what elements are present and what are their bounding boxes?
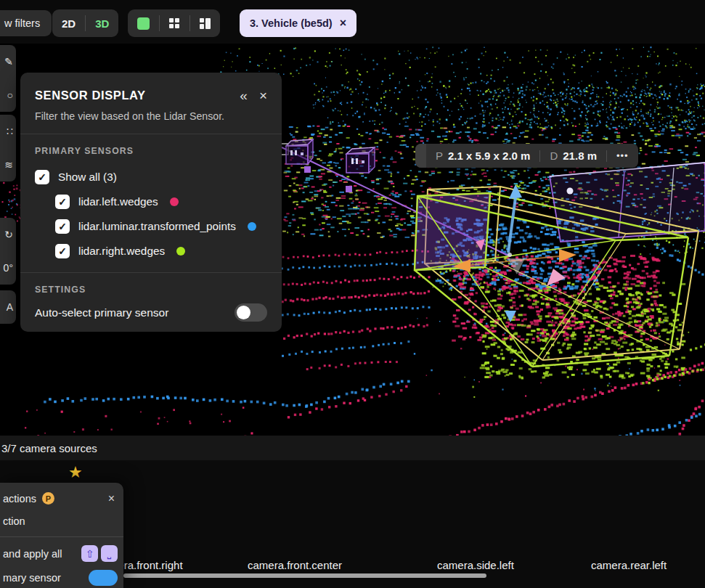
divider xyxy=(159,15,160,31)
divider xyxy=(0,536,123,537)
dialog-row: mary sensor xyxy=(3,570,118,586)
horizontal-scrollbar-thumb[interactable] xyxy=(123,573,486,578)
sensor-checkbox[interactable] xyxy=(55,195,70,209)
dialog-row-label: ction xyxy=(3,515,123,527)
distance-value: 21.8 m xyxy=(563,150,597,162)
dialog-row-label: and apply all xyxy=(3,548,62,560)
view-filters-button[interactable]: w filters xyxy=(0,10,52,36)
pill-drag-handle[interactable] xyxy=(415,144,426,168)
distance-label: D xyxy=(550,150,558,162)
camera-label: camera.front.center xyxy=(248,559,342,571)
split-view-icon[interactable] xyxy=(200,18,211,29)
actions-dialog: actions P × ction and apply all ⇧ ⎵ mary… xyxy=(0,483,123,588)
dialog-row-label: mary sensor xyxy=(3,572,61,584)
sensor-row: lidar.left.wedges xyxy=(20,189,282,214)
rotate-zero-tool[interactable]: 0° xyxy=(0,251,16,285)
cuboid-points-tool-icon: ∷ xyxy=(7,126,13,137)
gizmo-center xyxy=(508,253,512,257)
mode-3d-button[interactable]: 3D xyxy=(86,17,118,30)
gizmo-z-axis xyxy=(508,197,515,253)
panel-title: SENSOR DISPLAY xyxy=(35,89,146,102)
show-all-row: Show all (3) xyxy=(20,165,282,189)
show-all-checkbox[interactable] xyxy=(35,170,49,184)
space-key-icon: ⎵ xyxy=(101,545,118,562)
dialog-title: actions xyxy=(3,493,36,505)
divider xyxy=(20,272,282,273)
app-window: w filters 2D 3D 3. Vehicle (be5d) × ✎ ○ … xyxy=(0,0,705,588)
dialog-close-icon[interactable]: × xyxy=(108,493,115,505)
sensor-checkbox[interactable] xyxy=(55,219,70,234)
divider xyxy=(20,134,282,134)
sensor-color-dot xyxy=(248,222,256,231)
cuboid-points-tool[interactable]: ∷ xyxy=(0,115,16,148)
single-view-icon[interactable] xyxy=(137,17,150,30)
distant-annotation-box[interactable] xyxy=(346,147,375,173)
sensor-display-panel: SENSOR DISPLAY « × Filter the view based… xyxy=(20,73,282,332)
tab-close-icon[interactable]: × xyxy=(340,17,346,30)
close-icon[interactable]: × xyxy=(259,89,267,102)
divider xyxy=(190,15,190,31)
sensor-label: lidar.right.wedges xyxy=(78,245,165,258)
sensor-checkbox[interactable] xyxy=(55,244,70,258)
distant-annotation-box[interactable] xyxy=(286,139,313,164)
camera-sources-bar: 3/7 camera sources xyxy=(0,436,705,460)
primary-sensors-heading: PRIMARY SENSORS xyxy=(35,146,267,156)
link-handle[interactable] xyxy=(304,166,311,173)
tool-group-sensor: ∷ ≋ xyxy=(0,115,16,181)
tab-label: 3. Vehicle (be5d) xyxy=(250,17,333,29)
collapse-icon[interactable]: « xyxy=(240,89,248,102)
view-filters-label: w filters xyxy=(4,17,40,29)
sensor-row: lidar.right.wedges xyxy=(20,239,282,264)
sensor-waves-tool[interactable]: ≋ xyxy=(0,148,16,181)
rotate-zero-tool-icon: 0° xyxy=(4,262,13,274)
tab-vehicle-be5d[interactable]: 3. Vehicle (be5d) × xyxy=(240,9,356,37)
tool-group-rotate: ↻ 0° xyxy=(0,218,16,285)
shape-tool-icon: ○ xyxy=(7,89,13,101)
label-a-tool[interactable]: A xyxy=(0,290,16,324)
auto-select-row: Auto-select primary sensor xyxy=(20,295,282,324)
top-toolbar: w filters 2D 3D 3. Vehicle (be5d) × xyxy=(0,0,705,44)
dimension-mode-group: 2D 3D xyxy=(52,9,118,37)
shape-tool[interactable]: ○ xyxy=(0,78,16,112)
sensor-label: lidar.luminar.transformed_points xyxy=(78,220,236,233)
mode-2d-button[interactable]: 2D xyxy=(52,17,85,30)
auto-select-label: Auto-select primary sensor xyxy=(35,306,168,319)
dialog-row: and apply all ⇧ ⎵ xyxy=(3,545,118,562)
sensor-color-dot xyxy=(176,247,185,256)
camera-label: camera.side.left xyxy=(437,559,514,571)
label-a-tool-icon: A xyxy=(7,301,13,313)
grid-view-icon[interactable] xyxy=(169,18,180,29)
auto-select-toggle[interactable] xyxy=(235,303,267,322)
shift-key-icon: ⇧ xyxy=(81,545,98,562)
more-options-icon[interactable]: ••• xyxy=(607,150,638,161)
rotate-tool-icon: ↻ xyxy=(4,229,13,240)
settings-heading: SETTINGS xyxy=(35,285,267,295)
tool-group-label: A xyxy=(0,290,16,324)
sensor-row: lidar.luminar.transformed_points xyxy=(20,214,282,239)
rotate-tool[interactable]: ↻ xyxy=(0,218,16,251)
dimensions-value: 2.1 x 5.9 x 2.0 m xyxy=(448,150,530,162)
sensor-waves-tool-icon: ≋ xyxy=(4,159,13,171)
camera-sources-label: 3/7 camera sources xyxy=(1,442,97,454)
link-handle[interactable] xyxy=(346,186,352,192)
sensor-color-dot xyxy=(170,197,179,206)
camera-label: camera.rear.left xyxy=(591,559,667,571)
layout-mode-group xyxy=(128,9,220,37)
edit-tool-icon: ✎ xyxy=(4,56,13,68)
sensor-label: lidar.left.wedges xyxy=(78,195,158,208)
star-icon: ★ xyxy=(68,463,83,482)
panel-description: Filter the view based on the Lidar Senso… xyxy=(35,110,267,122)
sensor-toggle[interactable] xyxy=(89,570,118,586)
tool-group-edit: ✎ ○ xyxy=(0,45,16,112)
keypoint-dot xyxy=(567,188,574,195)
measurement-pill[interactable]: P 2.1 x 5.9 x 2.0 m D 21.8 m ••• xyxy=(415,144,638,168)
edit-tool[interactable]: ✎ xyxy=(0,45,16,78)
pose-label: P xyxy=(436,150,443,162)
show-all-label: Show all (3) xyxy=(58,171,117,184)
p-badge: P xyxy=(42,492,54,505)
